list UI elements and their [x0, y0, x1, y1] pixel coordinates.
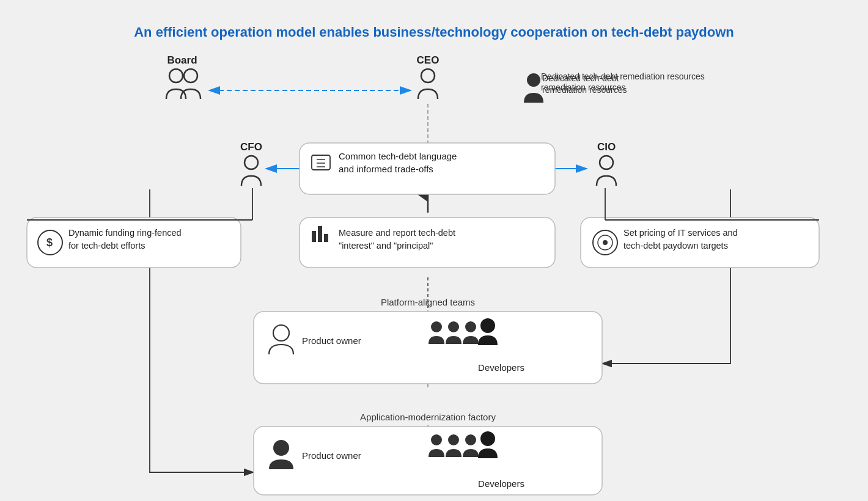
platform-product-owner-label: Product owner	[302, 335, 361, 346]
platform-developers-label: Developers	[478, 362, 524, 373]
left-box-text-line2: for tech-debt efforts	[68, 241, 145, 250]
svg-point-31	[431, 434, 442, 445]
center-box-text-line2: and informed trade-offs	[339, 164, 433, 174]
left-box-text-line1: Dynamic funding ring-fenced	[68, 228, 182, 238]
svg-point-30	[273, 440, 289, 456]
svg-point-32	[448, 434, 459, 445]
svg-point-4	[600, 156, 613, 169]
middle-box-text-line1: Measure and report tech-debt	[339, 228, 455, 238]
svg-point-28	[465, 321, 476, 332]
right-box-text-line1: Set pricing of IT services and	[623, 228, 738, 238]
cio-label: CIO	[597, 141, 616, 153]
cio-icon	[597, 156, 616, 186]
center-box-text-line1: Common tech-debt language	[339, 151, 457, 161]
cfo-icon	[241, 156, 261, 186]
svg-point-5	[527, 73, 540, 87]
svg-point-27	[448, 321, 459, 332]
svg-point-2	[421, 69, 435, 82]
svg-point-34	[480, 431, 495, 446]
cio-right-bracket	[602, 189, 730, 364]
svg-rect-21	[324, 234, 328, 242]
platform-label: Platform-aligned teams	[381, 297, 475, 307]
ceo-icon	[418, 69, 438, 99]
board-icon	[166, 69, 200, 99]
diagram-svg: Board CEO CFO CIO Dedicated tech-debt re…	[0, 0, 868, 501]
svg-point-24	[603, 240, 608, 245]
dedicated-text-2: remediation resources	[542, 85, 627, 95]
svg-point-29	[480, 318, 495, 333]
svg-rect-19	[312, 231, 316, 242]
svg-point-33	[465, 434, 476, 445]
svg-point-1	[184, 69, 197, 82]
diagram-container: An efficient operation model enables bus…	[0, 0, 868, 501]
factory-product-owner-label: Product owner	[302, 450, 361, 461]
svg-point-0	[169, 69, 183, 82]
svg-point-3	[245, 156, 258, 169]
factory-label: Application-modernization factory	[360, 412, 496, 422]
board-label: Board	[167, 54, 197, 66]
dedicated-text: Dedicated tech-debt	[542, 73, 619, 83]
svg-point-26	[431, 321, 442, 332]
ceo-label: CEO	[417, 54, 440, 66]
middle-box-text-line2: "interest" and "principal"	[339, 241, 433, 250]
svg-rect-20	[318, 226, 322, 242]
factory-developers-label: Developers	[478, 478, 524, 489]
platform-box-bg	[254, 312, 602, 384]
svg-text:$: $	[46, 236, 53, 249]
right-box-text-line2: tech-debt paydown targets	[623, 241, 728, 250]
cfo-label: CFO	[240, 141, 262, 153]
factory-box-bg	[254, 426, 602, 495]
